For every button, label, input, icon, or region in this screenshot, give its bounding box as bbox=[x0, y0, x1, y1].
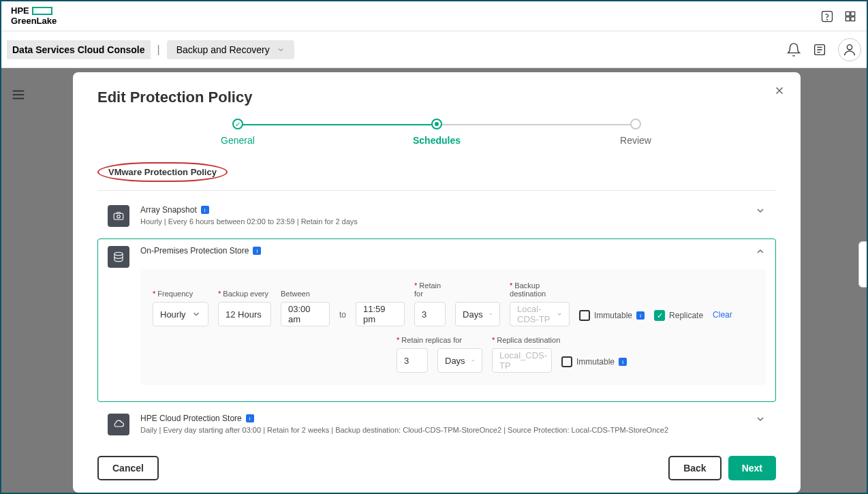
policy-name: VMware Protection Policy bbox=[97, 162, 228, 182]
array-title: Array Snapshoti bbox=[140, 205, 358, 215]
backup-every-input[interactable]: 12 Hours bbox=[218, 302, 271, 326]
step-schedules[interactable]: Schedules bbox=[337, 119, 536, 146]
chevron-down-icon bbox=[191, 309, 201, 319]
modal-title: Edit Protection Policy bbox=[97, 89, 776, 106]
svg-point-1 bbox=[827, 19, 828, 20]
label-between: Between bbox=[281, 290, 330, 298]
label-retain-replicas: Retain replicas for bbox=[397, 336, 428, 344]
chevron-down-icon bbox=[471, 356, 475, 365]
user-menu[interactable] bbox=[838, 38, 861, 61]
user-icon bbox=[842, 42, 857, 57]
array-desc: Hourly | Every 6 hours between 02:00 to … bbox=[140, 217, 358, 226]
frequency-select[interactable]: Hourly bbox=[153, 302, 208, 326]
backup-dest-select[interactable]: Local-CDS-TP bbox=[510, 302, 570, 326]
onprem-title: On-Premises Protection Storei bbox=[140, 246, 261, 256]
feedback-tab[interactable] bbox=[858, 241, 867, 288]
news-icon[interactable] bbox=[812, 42, 827, 57]
cloud-desc: Daily | Every day starting after 03:00 |… bbox=[140, 426, 668, 434]
label-to: to bbox=[339, 310, 346, 326]
close-button[interactable] bbox=[773, 84, 786, 99]
close-icon bbox=[773, 84, 786, 97]
svg-rect-4 bbox=[846, 16, 850, 20]
dot-icon bbox=[431, 119, 442, 129]
help-icon[interactable] bbox=[820, 10, 834, 23]
step-general[interactable]: General bbox=[138, 119, 337, 146]
console-title: Data Services Cloud Console bbox=[7, 40, 151, 59]
svg-rect-3 bbox=[851, 12, 855, 16]
svg-rect-8 bbox=[114, 213, 123, 219]
info-icon[interactable]: i bbox=[253, 247, 261, 255]
svg-rect-5 bbox=[851, 16, 855, 20]
cloud-title: HPE Cloud Protection Storei bbox=[140, 414, 668, 423]
retain-replicas-unit[interactable]: Days bbox=[437, 348, 482, 373]
page-body: Edit Protection Policy General Schedules… bbox=[1, 68, 867, 493]
chevron-down-icon bbox=[755, 205, 766, 216]
expand-array[interactable] bbox=[755, 205, 766, 219]
between-start-input[interactable]: 03:00 am bbox=[281, 302, 330, 326]
modal-footer: Cancel Back Next bbox=[97, 456, 776, 480]
cloud-icon bbox=[108, 414, 129, 435]
sub-header: Data Services Cloud Console | Backup and… bbox=[1, 31, 867, 68]
section-array-snapshot: Array Snapshoti Hourly | Every 6 hours b… bbox=[97, 198, 776, 234]
svg-point-9 bbox=[117, 215, 121, 219]
retain-replicas-value[interactable]: 3 bbox=[397, 348, 428, 373]
chevron-down-icon bbox=[277, 46, 285, 54]
hamburger-icon bbox=[11, 87, 26, 102]
chevron-up-icon bbox=[755, 246, 766, 257]
policy-name-highlight: VMware Protection Policy bbox=[97, 162, 776, 182]
label-retain-for: Retain for bbox=[414, 281, 446, 298]
info-icon[interactable]: i bbox=[246, 414, 254, 422]
retain-for-value[interactable]: 3 bbox=[414, 302, 446, 326]
immutable-replica-checkbox[interactable] bbox=[561, 356, 572, 367]
label-frequency: Frequency bbox=[153, 290, 208, 298]
section-onprem: On-Premises Protection Storei Frequency … bbox=[97, 238, 776, 402]
replicate-check-group: ✓ Replicate bbox=[654, 310, 703, 326]
retain-for-unit[interactable]: Days bbox=[455, 302, 500, 326]
expand-cloud[interactable] bbox=[755, 414, 766, 427]
snapshot-icon bbox=[108, 205, 129, 227]
info-icon[interactable]: i bbox=[619, 358, 627, 366]
hpe-logo: HPE GreenLake bbox=[11, 6, 57, 26]
label-replica-dest: Replica destination bbox=[492, 336, 552, 344]
menu-toggle[interactable] bbox=[11, 87, 26, 105]
chevron-down-icon bbox=[557, 309, 562, 319]
clear-link[interactable]: Clear bbox=[713, 310, 732, 326]
edit-policy-modal: Edit Protection Policy General Schedules… bbox=[73, 72, 801, 493]
chevron-down-icon bbox=[489, 309, 493, 319]
back-button[interactable]: Back bbox=[668, 456, 721, 480]
check-icon bbox=[232, 119, 243, 129]
info-icon[interactable]: i bbox=[636, 311, 645, 320]
service-dropdown[interactable]: Backup and Recovery bbox=[167, 40, 294, 59]
immutable-check-group: Immutable i bbox=[579, 310, 645, 326]
bell-icon[interactable] bbox=[786, 42, 801, 57]
label-backup-dest: Backup destination bbox=[510, 281, 570, 298]
collapse-onprem[interactable] bbox=[755, 246, 766, 260]
storage-icon bbox=[108, 246, 129, 268]
info-icon[interactable]: i bbox=[201, 206, 209, 214]
replicate-checkbox[interactable]: ✓ bbox=[654, 310, 665, 321]
svg-rect-2 bbox=[846, 12, 850, 16]
label-backup-every: Backup every bbox=[218, 290, 271, 298]
section-cloud: HPE Cloud Protection Storei Daily | Ever… bbox=[97, 406, 776, 443]
header-actions bbox=[820, 10, 857, 23]
global-header: HPE GreenLake bbox=[1, 1, 867, 31]
between-end-input[interactable]: 11:59 pm bbox=[356, 302, 405, 326]
wizard-stepper: General Schedules Review bbox=[138, 119, 735, 146]
immutable-checkbox[interactable] bbox=[579, 310, 590, 321]
step-review[interactable]: Review bbox=[536, 119, 735, 146]
apps-icon[interactable] bbox=[843, 10, 857, 23]
replica-dest-select[interactable]: Local_CDS-TP bbox=[492, 348, 552, 373]
onprem-form: Frequency Hourly Backup every 12 Hours B… bbox=[140, 269, 766, 385]
svg-point-7 bbox=[847, 44, 852, 49]
next-button[interactable]: Next bbox=[728, 456, 776, 480]
cancel-button[interactable]: Cancel bbox=[97, 456, 159, 480]
immutable-replica-group: Immutable i bbox=[561, 356, 627, 373]
svg-point-10 bbox=[114, 252, 123, 256]
chevron-down-icon bbox=[755, 414, 766, 424]
